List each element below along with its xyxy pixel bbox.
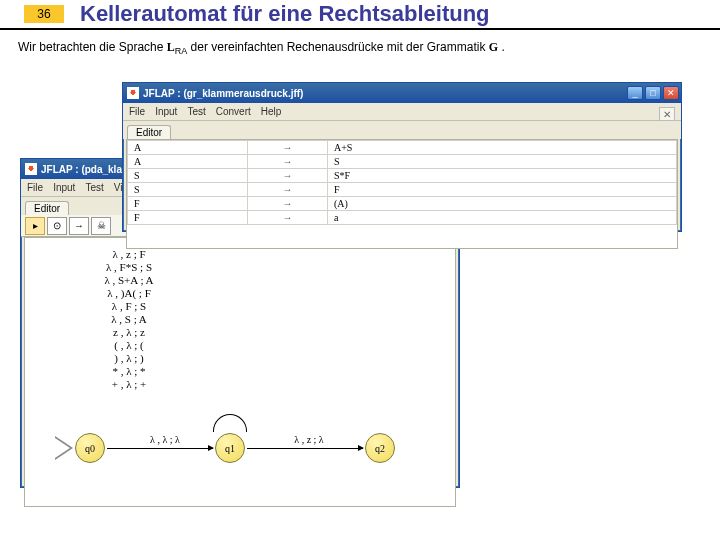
grammar-rule-row[interactable]: S→S*F [128,169,677,183]
edge-q0-q1 [107,448,213,449]
grammar-menubar[interactable]: File Input Test Convert Help [123,103,681,121]
menu-convert[interactable]: Convert [216,106,251,117]
menu-input[interactable]: Input [53,182,75,193]
initial-state-marker [55,436,73,460]
edge-label-01: λ , λ ; λ [125,434,205,445]
tool-state[interactable]: ⊙ [47,217,67,235]
tool-pointer[interactable]: ▸ [25,217,45,235]
intro-text: Wir betrachten die Sprache LRA der verei… [0,34,720,64]
menu-input[interactable]: Input [155,106,177,117]
grammar-rule-row[interactable]: A→S [128,155,677,169]
menu-help[interactable]: Help [261,106,282,117]
state-q0[interactable]: q0 [75,433,105,463]
grammar-rule-row[interactable]: S→F [128,183,677,197]
menu-file[interactable]: File [129,106,145,117]
slide-number: 36 [24,5,64,23]
self-loop-q1 [213,414,247,432]
edge-label-12: λ , z ; λ [269,434,349,445]
maximize-button[interactable]: □ [645,86,661,100]
state-q1[interactable]: q1 [215,433,245,463]
panel-close-icon[interactable]: ✕ [659,107,675,121]
java-icon [127,87,139,99]
grammar-rule-row[interactable]: F→a [128,211,677,225]
minimize-button[interactable]: _ [627,86,643,100]
edge-q1-q2 [247,448,363,449]
state-q2[interactable]: q2 [365,433,395,463]
menu-file[interactable]: File [27,182,43,193]
grammar-titlebar[interactable]: JFLAP : (gr_klammerausdruck.jff) _ □ ✕ [123,83,681,103]
self-loop-labels: λ , z ; Fλ , F*S ; Sλ , S+A ; Aλ , )A( ;… [89,248,169,391]
grammar-table: A→A+SA→SS→S*FS→FF→(A)F→a [126,139,678,249]
tool-transition[interactable]: → [69,217,89,235]
grammar-window: JFLAP : (gr_klammerausdruck.jff) _ □ ✕ F… [122,82,682,232]
tab-editor[interactable]: Editor [127,125,171,139]
slide-title: Kellerautomat für eine Rechtsableitung [80,1,490,27]
grammar-rule-row[interactable]: A→A+S [128,141,677,155]
pda-canvas[interactable]: λ , z ; Fλ , F*S ; Sλ , S+A ; Aλ , )A( ;… [24,237,456,507]
tab-editor[interactable]: Editor [25,201,69,215]
java-icon [25,163,37,175]
menu-test[interactable]: Test [187,106,205,117]
menu-test[interactable]: Test [85,182,103,193]
close-button[interactable]: ✕ [663,86,679,100]
grammar-rule-row[interactable]: F→(A) [128,197,677,211]
tool-delete[interactable]: ☠ [91,217,111,235]
